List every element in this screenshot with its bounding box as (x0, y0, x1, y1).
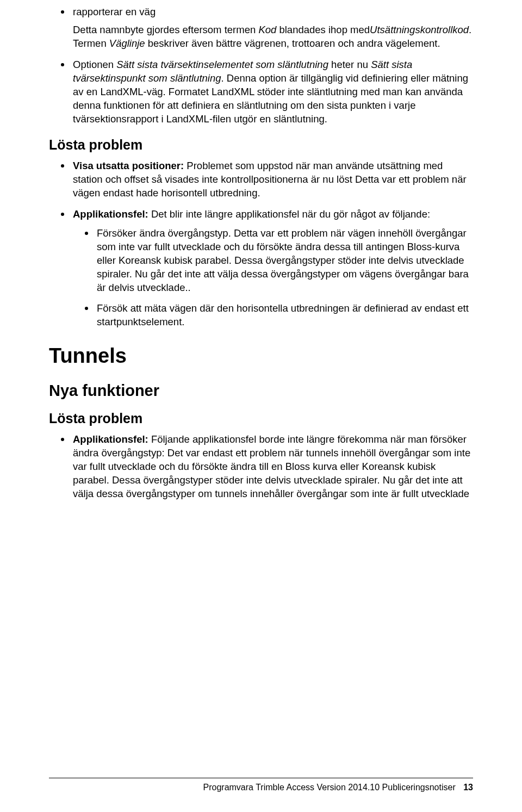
losta-list-1: Visa utsatta positioner: Problemet som u… (49, 159, 473, 330)
text: Detta namnbyte gjordes eftersom termen (73, 24, 258, 35)
item-label: Applikationsfel: (73, 433, 148, 445)
list-item: Visa utsatta positioner: Problemet som u… (49, 159, 473, 200)
text: heter nu (328, 59, 371, 70)
list-item: Optionen Sätt sista tvärsektinselementet… (49, 58, 473, 126)
footer-text: Programvara Trimble Access Version 2014.… (203, 783, 456, 792)
term-vaglinje: Väglinje (109, 38, 145, 49)
text: Optionen (73, 59, 116, 70)
heading-tunnels: Tunnels (49, 344, 473, 368)
heading-losta-problem-2: Lösta problem (49, 411, 473, 426)
list-item: Applikationsfel: Det blir inte längre ap… (49, 208, 473, 330)
term-kod: Kod (258, 24, 276, 35)
text: beskriver även bättre vägrenen, trottoar… (145, 38, 440, 49)
text: blandades ihop med (276, 24, 370, 35)
item-text: Det blir inte längre applikationsfel när… (148, 208, 430, 220)
term-option-old: Sätt sista tvärsektinselementet som slän… (116, 59, 328, 70)
paragraph: Detta namnbyte gjordes eftersom termen K… (73, 23, 473, 51)
page-footer: Programvara Trimble Access Version 2014.… (49, 778, 473, 792)
term-utsattningskontrollkod: Utsättningskontrollkod (370, 24, 469, 35)
item-text: Försöker ändra övergångstyp. Detta var e… (97, 227, 469, 293)
document-page: rapporterar en väg Detta namnbyte gjorde… (0, 0, 522, 812)
heading-losta-problem-1: Lösta problem (49, 137, 473, 153)
item-label: Applikationsfel: (73, 208, 148, 220)
top-bullet-list: rapporterar en väg Detta namnbyte gjorde… (49, 5, 473, 126)
list-item: Applikationsfel: Följande applikationsfe… (49, 433, 473, 501)
losta-list-2: Applikationsfel: Följande applikationsfe… (49, 433, 473, 501)
list-item: Försök att mäta vägen där den horisontel… (73, 302, 473, 329)
nested-list: Försöker ändra övergångstyp. Detta var e… (73, 227, 473, 330)
item-label: Visa utsatta positioner: (73, 160, 184, 171)
list-item: Försöker ändra övergångstyp. Detta var e… (73, 227, 473, 295)
item-text: Försök att mäta vägen där den horisontel… (97, 302, 469, 327)
page-number: 13 (463, 783, 473, 792)
list-item: rapporterar en väg Detta namnbyte gjorde… (49, 5, 473, 51)
bullet-text: rapporterar en väg (73, 6, 156, 17)
heading-nya-funktioner: Nya funktioner (49, 382, 473, 400)
